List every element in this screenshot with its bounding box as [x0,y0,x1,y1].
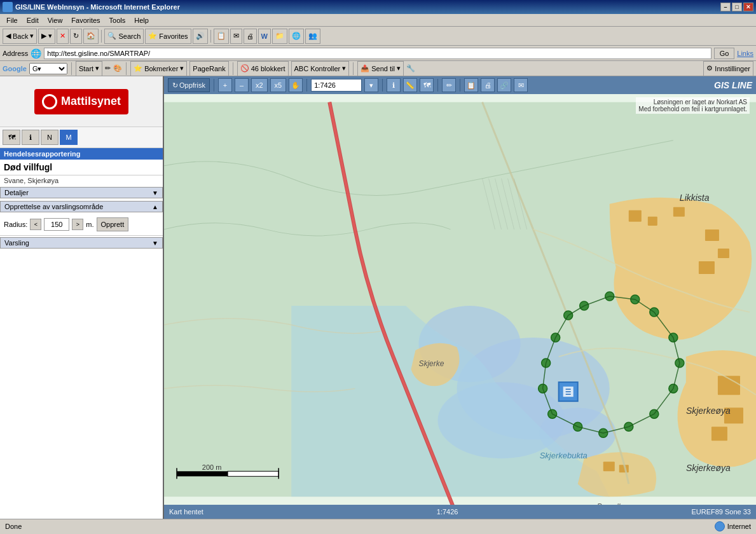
word-icon: W [261,32,268,40]
n-icon-button[interactable]: N [41,130,58,145]
innstillinger-button[interactable]: ⚙ Innstillinger [703,61,753,76]
svg-rect-7 [673,207,685,217]
oppretting-label: Opprettelse av varslingsområde [4,203,103,210]
forward-dropdown-icon: ▾ [48,32,52,40]
map-canvas[interactable]: Likkista Skjerke Skjerkeøya Skjerkeøya S… [164,94,756,505]
kontroller-button[interactable]: ABC Kontroller ▾ [291,61,350,76]
svg-rect-5 [629,210,642,222]
oppfrisk-button[interactable]: ↻ Oppfrisk [168,78,210,92]
m-icon-button[interactable]: M [60,130,78,145]
mail-map-button[interactable]: ✉ [514,78,528,92]
spell-icon: ABC [294,65,309,72]
map-icon-button[interactable]: 🗺 [3,130,20,145]
back-label: Back [13,32,28,40]
info-icon-button[interactable]: ℹ [22,130,39,145]
measure-button[interactable]: 📏 [403,78,417,92]
favorites-label: Favorites [159,32,188,40]
oppretting-arrow-icon: ▲ [152,203,158,210]
svg-text:Skjerkebukta: Skjerkebukta [540,451,588,460]
minimize-button[interactable]: – [720,3,731,11]
home-button[interactable]: 🏠 [83,29,99,44]
scale-input[interactable] [311,79,362,92]
stop-button[interactable]: ✕ [57,29,69,44]
go-button[interactable]: Go [714,48,735,59]
messenger-button[interactable]: 👥 [305,29,320,44]
svg-rect-41 [228,471,278,476]
menu-file[interactable]: File [3,15,22,25]
internet-icon [715,521,725,531]
innstillinger-area: ⚙ Innstillinger [703,61,753,76]
oppretting-section[interactable]: Opprettelse av varslingsområde ▲ [0,201,163,212]
x5-button[interactable]: x5 [270,78,287,92]
layers-button[interactable]: 🗺 [420,78,434,92]
send-icon: 📤 [361,64,369,72]
block-icon: 🚫 [240,64,249,72]
map-status-text: Kart hentet [169,508,203,516]
url-button[interactable]: 🔗 [497,78,511,92]
print-map-button[interactable]: 🖨 [481,78,495,92]
menu-favorites[interactable]: Favorites [67,15,104,25]
pagerank-button[interactable]: PageRank [189,61,228,76]
svg-text:Burvall: Burvall [597,502,621,505]
menu-tools[interactable]: Tools [106,15,130,25]
media-button[interactable]: 🔊 [193,29,208,44]
zoom-in-button[interactable]: + [218,78,232,92]
bokmerker-button[interactable]: ⭐ Bokmerker ▾ [130,61,187,76]
title-bar: GIS/LINE WebInnsyn - Microsoft Internet … [0,0,756,14]
folder-button[interactable]: 📁 [272,29,287,44]
logo-circle-icon [42,94,57,109]
edit-map-button[interactable]: ✏ [442,78,456,92]
mail-button[interactable]: ✉ [230,29,242,44]
search-icon: 🔍 [107,32,116,40]
search-button[interactable]: 🔍 Search [104,29,144,44]
ie-button[interactable]: 🌐 [289,29,304,44]
menu-edit[interactable]: Edit [23,15,43,25]
toolbar-separator-1 [101,30,102,43]
map-scale-status: 1:7426 [437,508,458,516]
address-input[interactable] [44,48,711,59]
favorites-button[interactable]: ⭐ Favorites [145,29,191,44]
maximize-button[interactable]: □ [732,3,742,11]
info-map-button[interactable]: ℹ [387,78,401,92]
send-til-button[interactable]: 📤 Send til ▾ [357,61,404,76]
radius-input[interactable] [44,218,69,231]
menu-view[interactable]: View [44,15,67,25]
map-sep5 [460,79,460,92]
x2-button[interactable]: x2 [251,78,268,92]
svg-text:Skjerkeøya: Skjerkeøya [686,463,731,473]
forward-button[interactable]: ▶ ▾ [38,29,55,44]
start-button[interactable]: Start ▾ [76,61,102,76]
detaljer-section[interactable]: Detaljer ▼ [0,187,163,198]
opprett-button[interactable]: Opprett [97,217,129,231]
word-button[interactable]: W [258,29,271,44]
section-title: Hendelsesrapportering [0,148,163,160]
star2-icon: ⭐ [134,64,142,72]
svg-rect-8 [705,229,719,241]
detaljer-arrow-icon: ▼ [152,189,158,196]
varsling-arrow-icon: ▼ [152,240,158,247]
close-button[interactable]: ✕ [743,3,753,11]
map-sep2 [306,79,307,92]
history-button[interactable]: 📋 [214,29,229,44]
copy-button[interactable]: 📋 [464,78,478,92]
google-select[interactable]: G▾ [29,63,67,74]
menu-bar: File Edit View Favorites Tools Help [0,14,756,27]
map-copyright: Løsningen er laget av Norkart ASMed forb… [636,97,750,114]
menu-help[interactable]: Help [130,15,153,25]
start-label: Start [79,65,93,72]
links-label[interactable]: Links [737,50,753,57]
zoom-out-button[interactable]: – [235,78,249,92]
mattilsynet-logo: Mattilsynet [34,89,128,114]
logo-text: Mattilsynet [61,95,121,108]
radius-decrease-button[interactable]: < [30,219,41,230]
folder-icon: 📁 [275,32,284,40]
google-separator [71,62,72,75]
blokkert-button[interactable]: 🚫 46 blokkert [237,61,289,76]
radius-increase-button[interactable]: > [72,219,83,230]
print-button[interactable]: 🖨 [244,29,257,44]
pan-button[interactable]: ✋ [289,78,303,92]
refresh-button[interactable]: ↻ [70,29,82,44]
back-button[interactable]: ◀ Back ▾ [3,29,37,44]
varsling-section[interactable]: Varsling ▼ [0,237,163,249]
scale-dropdown-icon[interactable]: ▾ [364,78,378,92]
